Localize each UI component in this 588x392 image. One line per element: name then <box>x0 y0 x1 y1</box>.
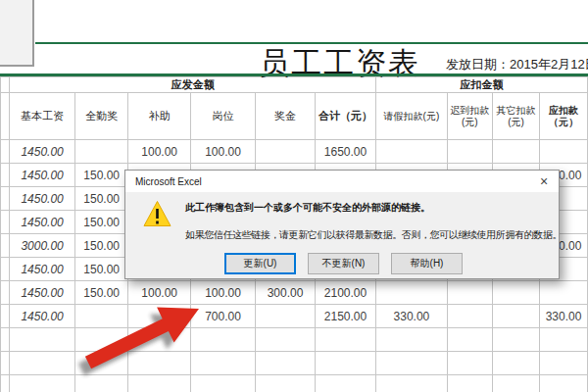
cell[interactable] <box>315 352 375 375</box>
row-header-stub[interactable] <box>1 187 10 211</box>
column-header-cell[interactable]: 合计（元） <box>315 93 375 140</box>
cell[interactable]: 2150.00 <box>315 305 375 328</box>
cell[interactable]: 100.00 <box>190 281 255 305</box>
cell[interactable]: 300.00 <box>256 281 316 305</box>
cell[interactable] <box>256 375 316 392</box>
cell[interactable]: 330.00 <box>376 305 448 328</box>
column-header-cell[interactable]: 岗位 <box>190 93 255 140</box>
cell[interactable]: 1450.00 <box>10 305 75 328</box>
cell[interactable] <box>492 305 539 328</box>
column-header-cell[interactable]: 迟到扣款(元) <box>447 93 492 140</box>
help-button[interactable]: 帮助(H) <box>391 253 463 274</box>
cell[interactable] <box>540 328 588 352</box>
cell[interactable] <box>376 352 448 375</box>
cell[interactable] <box>447 328 492 352</box>
cell[interactable] <box>256 328 316 352</box>
cell[interactable] <box>75 328 128 352</box>
row-header-stub[interactable] <box>1 93 10 140</box>
cell[interactable] <box>447 140 492 164</box>
cell[interactable]: 330.00 <box>540 305 588 328</box>
cell[interactable] <box>376 375 448 392</box>
cell[interactable] <box>492 375 539 392</box>
cell[interactable]: 1450.00 <box>10 258 75 281</box>
cell[interactable] <box>10 375 75 392</box>
cell[interactable] <box>256 305 316 328</box>
cell[interactable] <box>10 328 75 352</box>
cell[interactable] <box>315 328 375 352</box>
cell[interactable]: 1650.00 <box>315 140 375 164</box>
cell[interactable]: 150.00 <box>75 164 128 187</box>
issue-date-label: 发放日期：2015年2月12日 <box>446 56 588 74</box>
cell[interactable] <box>75 375 128 392</box>
cell[interactable] <box>540 140 588 164</box>
update-button[interactable]: 更新(U) <box>224 253 296 274</box>
cell[interactable] <box>492 352 539 375</box>
cell[interactable] <box>447 352 492 375</box>
cell[interactable] <box>315 375 375 392</box>
cell[interactable]: 100.00 <box>190 140 255 164</box>
cell[interactable] <box>447 375 492 392</box>
cell[interactable] <box>492 328 539 352</box>
row-header-stub[interactable] <box>1 234 10 258</box>
row-header-stub[interactable] <box>1 211 10 234</box>
column-header-cell[interactable]: 补助 <box>128 93 191 140</box>
cell[interactable] <box>75 140 128 164</box>
row-header-stub[interactable] <box>1 77 10 93</box>
cell[interactable] <box>128 328 191 352</box>
table-row <box>1 328 588 352</box>
cell[interactable]: 100.00 <box>128 140 191 164</box>
cell[interactable] <box>10 352 75 375</box>
cell[interactable] <box>190 328 255 352</box>
cell[interactable]: 150.00 <box>75 234 128 258</box>
cell[interactable] <box>190 375 255 392</box>
row-header-stub[interactable] <box>1 328 10 352</box>
cell[interactable] <box>128 352 191 375</box>
row-header-stub[interactable] <box>1 164 10 187</box>
cell[interactable]: 1450.00 <box>10 140 75 164</box>
close-icon[interactable]: × <box>529 171 559 192</box>
row-header-stub[interactable] <box>1 281 10 305</box>
cell[interactable]: 100.00 <box>128 281 191 305</box>
row-header-stub[interactable] <box>1 375 10 392</box>
cell[interactable] <box>256 140 316 164</box>
cell[interactable] <box>492 140 539 164</box>
cell[interactable]: 150.00 <box>75 211 128 234</box>
cell[interactable]: 700.00 <box>190 305 255 328</box>
column-header-cell[interactable]: 全勤奖 <box>75 93 128 140</box>
dont-update-button[interactable]: 不更新(N) <box>308 253 379 274</box>
cell[interactable]: 1450.00 <box>10 211 75 234</box>
row-header-stub[interactable] <box>1 140 10 164</box>
cell[interactable]: 150.00 <box>75 187 128 211</box>
table-row: 1450.00700.002150.00330.00330.00 <box>1 305 588 328</box>
row-header-stub[interactable] <box>1 258 10 281</box>
cell[interactable] <box>376 328 448 352</box>
cell[interactable]: 1450.00 <box>10 281 75 305</box>
cell[interactable]: 3000.00 <box>10 234 75 258</box>
cell[interactable]: 2100.00 <box>315 281 375 305</box>
cell[interactable] <box>128 375 191 392</box>
row-header-stub[interactable] <box>1 352 10 375</box>
column-header-cell[interactable]: 其它扣款(元) <box>492 93 539 140</box>
cell[interactable] <box>540 375 588 392</box>
column-header-cell[interactable]: 请假扣款(元) <box>376 93 448 140</box>
column-header-cell[interactable]: 奖金 <box>256 93 316 140</box>
cell[interactable] <box>540 352 588 375</box>
row-header-stub[interactable] <box>1 305 10 328</box>
cell[interactable] <box>447 281 492 305</box>
cell[interactable] <box>75 352 128 375</box>
cell[interactable] <box>75 305 128 328</box>
cell[interactable]: 150.00 <box>75 281 128 305</box>
cell[interactable] <box>376 140 448 164</box>
cell[interactable]: 150.00 <box>75 258 128 281</box>
cell[interactable] <box>128 305 191 328</box>
cell[interactable] <box>540 281 588 305</box>
cell[interactable] <box>190 352 255 375</box>
cell[interactable] <box>447 305 492 328</box>
cell[interactable] <box>492 281 539 305</box>
cell[interactable] <box>256 352 316 375</box>
cell[interactable] <box>376 281 448 305</box>
column-header-cell[interactable]: 应扣款（元） <box>540 93 588 140</box>
cell[interactable]: 1450.00 <box>10 187 75 211</box>
column-header-cell[interactable]: 基本工资 <box>10 93 75 140</box>
cell[interactable]: 1450.00 <box>10 164 75 187</box>
